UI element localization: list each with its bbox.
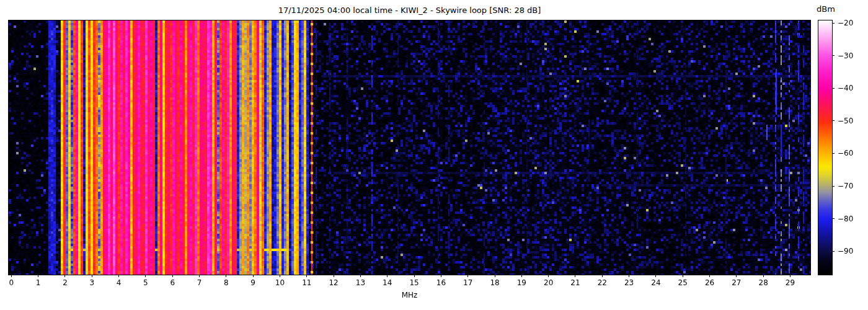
x-tick (790, 275, 790, 277)
x-tick-label: 15 (404, 278, 425, 287)
x-tick-label: 4 (108, 278, 130, 287)
colorbar-tick-label: −20 (838, 18, 853, 28)
colorbar-tick (832, 23, 835, 24)
x-tick (172, 275, 173, 277)
x-tick (145, 275, 146, 277)
colorbar-tick-label: −30 (838, 51, 853, 61)
x-tick (602, 275, 603, 277)
colorbar-tick (832, 218, 835, 219)
x-tick (387, 275, 388, 277)
colorbar-tick-label: −60 (838, 148, 853, 158)
x-tick (763, 275, 764, 277)
x-tick (280, 275, 280, 277)
x-tick-label: 2 (55, 278, 76, 287)
x-tick (38, 275, 38, 277)
x-tick-label: 19 (511, 278, 532, 287)
x-tick-label: 20 (538, 278, 559, 287)
x-tick (467, 275, 468, 277)
colorbar-tick-label: −40 (838, 83, 853, 93)
x-tick-label: 17 (458, 278, 479, 287)
colorbar-tick-label: −70 (838, 181, 853, 191)
colorbar-tick (832, 186, 835, 187)
x-tick (414, 275, 415, 277)
colorbar-tick-label: −80 (838, 214, 853, 224)
colorbar-gradient (818, 20, 832, 275)
x-tick-label: 27 (726, 278, 747, 287)
x-tick (709, 275, 710, 277)
colorbar-title: dBm (810, 4, 842, 14)
colorbar-tick (832, 55, 835, 56)
x-tick (629, 275, 629, 277)
x-tick (226, 275, 226, 277)
x-tick-label: 23 (619, 278, 640, 287)
x-tick (360, 275, 361, 277)
x-tick-label: 24 (645, 278, 666, 287)
colorbar-tick (832, 120, 835, 121)
x-tick-label: 25 (672, 278, 693, 287)
x-axis: 0123456789101112131415161718192021222324… (9, 275, 810, 291)
x-tick-label: 0 (1, 278, 22, 287)
x-tick-label: 1 (28, 278, 49, 287)
colorbar-tick (832, 251, 835, 252)
colorbar-tick-label: −50 (838, 116, 853, 126)
x-tick (199, 275, 200, 277)
x-tick-label: 26 (699, 278, 720, 287)
x-tick (64, 275, 65, 277)
x-tick-label: 18 (484, 278, 505, 287)
x-tick (253, 275, 254, 277)
x-tick (334, 275, 334, 277)
x-tick-label: 6 (162, 278, 183, 287)
colorbar-tick-label: −90 (838, 246, 853, 256)
x-tick-label: 16 (430, 278, 451, 287)
x-axis-label: MHz (9, 291, 810, 299)
x-tick (683, 275, 683, 277)
x-tick (655, 275, 656, 277)
x-tick (92, 275, 92, 277)
x-tick-label: 10 (269, 278, 290, 287)
x-tick (11, 275, 12, 277)
spectrogram-heatmap (9, 20, 810, 275)
x-tick (548, 275, 549, 277)
x-tick-label: 7 (189, 278, 210, 287)
x-tick (521, 275, 522, 277)
colorbar-tick (832, 88, 835, 89)
x-tick (441, 275, 441, 277)
x-tick (118, 275, 119, 277)
x-tick-label: 11 (296, 278, 317, 287)
spectrogram-figure: 17/11/2025 04:00 local time - KIWI_2 - S… (0, 0, 868, 310)
plot-title: 17/11/2025 04:00 local time - KIWI_2 - S… (9, 6, 810, 15)
x-tick-label: 13 (350, 278, 371, 287)
x-tick-label: 21 (565, 278, 586, 287)
x-tick (495, 275, 495, 277)
x-tick-label: 8 (216, 278, 237, 287)
x-tick-label: 29 (780, 278, 801, 287)
x-tick-label: 9 (242, 278, 264, 287)
x-tick-label: 5 (135, 278, 156, 287)
x-tick-label: 12 (323, 278, 344, 287)
x-tick-label: 3 (81, 278, 102, 287)
x-tick-label: 22 (591, 278, 613, 287)
colorbar-tick (832, 153, 835, 154)
x-tick-label: 28 (753, 278, 774, 287)
x-tick (306, 275, 307, 277)
x-tick (575, 275, 575, 277)
x-tick (736, 275, 737, 277)
x-tick-label: 14 (377, 278, 398, 287)
colorbar-ticks: −20−30−40−50−60−70−80−90 (832, 20, 868, 275)
